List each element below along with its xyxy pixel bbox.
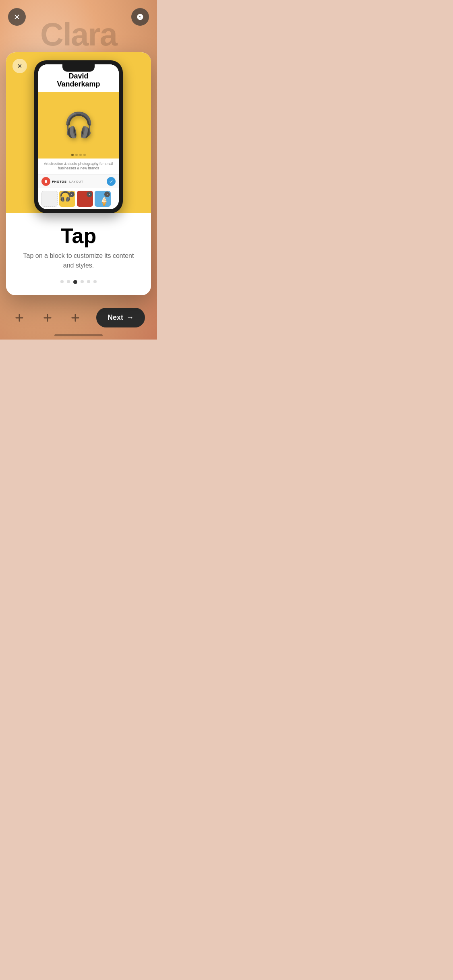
- photo-remove-1[interactable]: ×: [69, 191, 74, 197]
- modal-description: Tap on a block to customize its content …: [18, 251, 139, 270]
- screen-desc-text: Art direction & studio photography for s…: [43, 162, 114, 171]
- modal-close-button[interactable]: [12, 59, 27, 73]
- page-dots: [18, 280, 139, 284]
- screen-photos: 🎧 × × 🍦 ×: [38, 188, 119, 209]
- phone-dot-1: [71, 154, 74, 156]
- photo-red-thumb[interactable]: ×: [77, 191, 93, 207]
- modal-card: David Vanderkamp 🎧 Art dir: [6, 52, 151, 295]
- toolbar-tabs: PHOTOS LAYOUT: [52, 180, 105, 183]
- toolbar-delete-btn[interactable]: [41, 177, 50, 186]
- photo-add-thumb[interactable]: [41, 191, 58, 207]
- toolbar-check-btn[interactable]: [107, 177, 116, 186]
- next-label: Next: [108, 313, 123, 322]
- next-button[interactable]: Next →: [96, 308, 145, 327]
- next-arrow-icon: →: [126, 313, 134, 322]
- headphones-icon: 🎧: [64, 111, 94, 139]
- person-name: David Vanderkamp: [42, 72, 115, 89]
- photo-remove-3[interactable]: ×: [104, 191, 110, 197]
- help-button[interactable]: [131, 8, 149, 26]
- page-dot-4[interactable]: [81, 280, 84, 283]
- phone-dot-3: [79, 154, 82, 156]
- bottom-bar: Next →: [0, 308, 157, 327]
- screen-toolbar: PHOTOS LAYOUT: [38, 174, 119, 188]
- photo-headphones-thumb[interactable]: 🎧 ×: [59, 191, 75, 207]
- page-dot-1[interactable]: [60, 280, 64, 283]
- screen-description: Art direction & studio photography for s…: [38, 159, 119, 174]
- page-dot-2[interactable]: [67, 280, 70, 283]
- phone-carousel-dots: [71, 154, 86, 156]
- photo-remove-2[interactable]: ×: [87, 191, 92, 197]
- phone-dot-4: [83, 154, 86, 156]
- screen-image-area: 🎧: [38, 92, 119, 159]
- photo-cyan-thumb[interactable]: 🍦 ×: [95, 191, 111, 207]
- close-button[interactable]: [8, 8, 26, 26]
- add-block-button-3[interactable]: [68, 311, 83, 325]
- modal-title: Tap: [18, 225, 139, 246]
- add-block-button-1[interactable]: [12, 311, 27, 325]
- top-bar: [0, 8, 157, 26]
- modal-bottom-section: Tap Tap on a block to customize its cont…: [6, 213, 151, 295]
- add-block-button-2[interactable]: [40, 311, 55, 325]
- phone-screen: David Vanderkamp 🎧 Art dir: [38, 64, 119, 209]
- layout-tab[interactable]: LAYOUT: [69, 180, 83, 183]
- modal-top-section: David Vanderkamp 🎧 Art dir: [6, 52, 151, 213]
- photos-tab[interactable]: PHOTOS: [52, 180, 67, 183]
- page-dot-3[interactable]: [73, 280, 77, 284]
- home-indicator: [54, 334, 103, 336]
- phone-dot-2: [75, 154, 78, 156]
- page-dot-5[interactable]: [87, 280, 90, 283]
- page-dot-6[interactable]: [93, 280, 97, 283]
- phone-notch: [62, 64, 95, 72]
- phone-mockup: David Vanderkamp 🎧 Art dir: [34, 60, 123, 213]
